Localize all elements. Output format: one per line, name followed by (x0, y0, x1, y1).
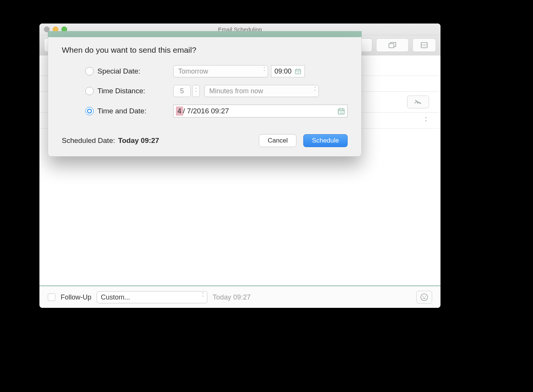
calendar-icon[interactable]: 10 (337, 107, 345, 115)
scheduled-summary-row: Scheduled Date: Today 09:27 Cancel Sched… (62, 134, 348, 147)
special-date-combo[interactable]: Tomorrow ˄˅ (173, 65, 268, 77)
datetime-rest: / 7/2016 09:27 (183, 107, 229, 115)
option-row-special-date: Special Date: Tomorrow ˄˅ 09:00 10 (62, 61, 348, 81)
label-time-and-date: Time and Date: (97, 107, 173, 115)
special-date-time-field[interactable]: 09:00 10 (271, 65, 305, 77)
svg-text:10: 10 (340, 111, 343, 114)
svg-point-6 (421, 294, 428, 301)
label-time-distance: Time Distance: (97, 87, 173, 95)
stepper-icon: ˄˅ (263, 67, 265, 73)
bottom-bar: Follow-Up Custom... ˄˅ Today 09:27 (39, 286, 441, 308)
followup-label: Follow-Up (61, 293, 91, 301)
scheduled-label: Scheduled Date: (62, 136, 115, 145)
svg-rect-4 (389, 44, 394, 48)
distance-number-field[interactable]: 5 (173, 85, 191, 97)
datetime-field[interactable]: 4 / 7/2016 09:27 10 (173, 105, 348, 118)
distance-stepper[interactable]: ˄˅ (192, 85, 200, 97)
header-fields-icon (421, 42, 428, 48)
chevron-down-icon: ˅ (425, 121, 427, 124)
sheet-accent-bar (48, 31, 362, 37)
schedule-button-label: Schedule (312, 137, 339, 144)
calendar-icon: 10 (295, 68, 301, 75)
option-row-time-distance: Time Distance: 5 ˄˅ Minutes from now ˄˅ (62, 81, 348, 101)
svg-rect-5 (421, 42, 427, 48)
face-icon (420, 293, 428, 301)
schedule-button[interactable]: Schedule (303, 134, 348, 147)
cancel-button-label: Cancel (268, 137, 288, 144)
svg-text:10: 10 (297, 71, 299, 74)
distance-unit-value: Minutes from now (209, 87, 263, 95)
stepper-icon: ˄˅ (314, 87, 316, 93)
followup-preset-combo[interactable]: Custom... ˄˅ (97, 291, 207, 303)
datetime-month-segment[interactable]: 4 (176, 107, 183, 116)
special-date-time-value: 09:00 (274, 67, 292, 75)
radio-special-date[interactable] (85, 67, 94, 75)
schedule-dialog: When do you want to send this email? Spe… (48, 37, 362, 157)
windows-stack-icon (389, 42, 396, 49)
distance-number-value: 5 (180, 87, 184, 95)
header-toggle-button[interactable] (412, 38, 436, 52)
followup-date-text: Today 09:27 (213, 293, 251, 301)
option-row-time-and-date: Time and Date: 4 / 7/2016 09:27 10 (62, 101, 348, 121)
windows-button[interactable] (376, 38, 409, 52)
schedule-sheet: When do you want to send this email? Spe… (48, 31, 362, 157)
distance-unit-combo[interactable]: Minutes from now ˄˅ (204, 85, 319, 97)
signature-off-icon (414, 99, 422, 105)
dialog-heading: When do you want to send this email? (62, 45, 348, 55)
radio-time-distance[interactable] (85, 87, 94, 95)
scheduled-value: Today 09:27 (118, 136, 159, 145)
label-special-date: Special Date: (97, 67, 173, 75)
stepper-icon: ˄˅ (202, 293, 204, 299)
special-date-value: Tomorrow (178, 67, 208, 75)
cancel-button[interactable]: Cancel (259, 134, 296, 147)
radio-time-and-date[interactable] (85, 107, 94, 115)
emoji-picker-button[interactable] (416, 291, 432, 304)
followup-checkbox[interactable] (48, 293, 55, 301)
signature-toggle-button[interactable] (407, 96, 429, 108)
followup-preset-value: Custom... (101, 293, 130, 301)
from-account-stepper[interactable]: ˄ ˅ (422, 118, 429, 124)
